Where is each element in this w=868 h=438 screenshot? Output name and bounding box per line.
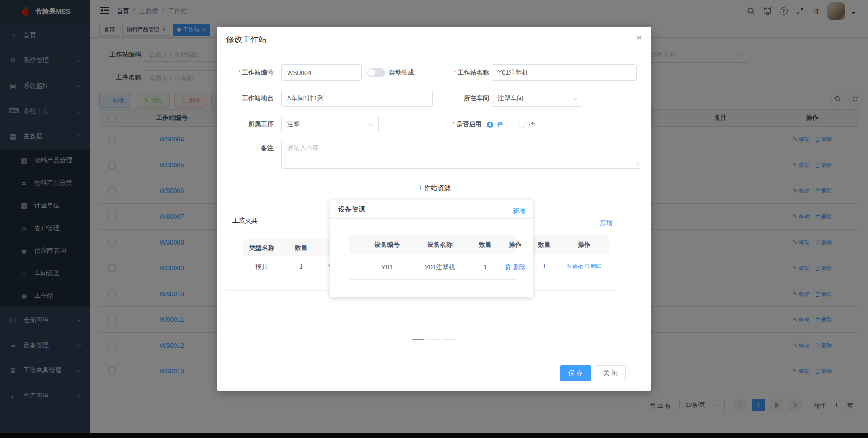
process-label: 所属工序 <box>217 116 274 132</box>
pencil-icon: ✎ <box>567 263 571 271</box>
carousel-indicators <box>412 339 456 340</box>
equipment-qty-cell: 1 <box>483 263 487 271</box>
equipment-col-name: 设备名称 <box>427 240 453 249</box>
right-edit-link[interactable]: ✎修改 <box>567 263 583 271</box>
auto-generate-toggle[interactable] <box>367 68 385 77</box>
equipment-code-cell: Y01 <box>382 263 393 271</box>
name-input[interactable] <box>492 64 637 81</box>
fixture-col-type: 类型名称 <box>249 244 274 252</box>
carousel-dot-2[interactable] <box>428 339 440 340</box>
fixture-card-title: 工装夹具 <box>232 217 258 225</box>
equipment-table-header: 设备编号 设备名称 数量 操作 <box>349 235 516 254</box>
process-select[interactable]: 注塑 <box>281 116 379 132</box>
right-delete-link[interactable]: 删除 <box>585 262 601 270</box>
workshop-select[interactable]: 注塑车间 <box>492 90 583 107</box>
fixture-qty-cell: 1 <box>299 263 303 271</box>
equipment-resource-card: 设备资源 新增 设备编号 设备名称 数量 操作 Y01 Y01注塑机 1 删除 <box>330 200 533 297</box>
resources-divider-label: 工作站资源 <box>409 184 459 193</box>
equipment-name-cell: Y01注塑机 <box>425 263 455 271</box>
name-label: *工作站名称 <box>425 64 489 81</box>
close-button[interactable]: 关 闭 <box>595 365 626 381</box>
code-label: *工作站编号 <box>217 64 274 81</box>
edit-workstation-dialog: 修改工作站 × *工作站编号 自动生成 *工作站名称 工作站地点 所在车间 注塑… <box>217 27 651 391</box>
enabled-label: *是否启用 <box>417 116 481 132</box>
fixture-col-qty: 数量 <box>295 244 307 252</box>
equipment-card-title: 设备资源 <box>338 205 365 214</box>
auto-generate-label: 自动生成 <box>389 64 414 81</box>
app-screen: 苦糖果MES ◔首页 ⚙系统管理 ▣系统监控 ⌨系统工具 ▤主数据 ▥物料产品管… <box>0 0 868 438</box>
equipment-delete-link[interactable]: 删除 <box>505 263 526 271</box>
equipment-table-row: Y01 Y01注塑机 1 删除 <box>349 254 516 280</box>
carousel-dot-1[interactable] <box>412 339 425 340</box>
save-button[interactable]: 保 存 <box>560 365 591 381</box>
enabled-yes-radio[interactable]: 是 <box>487 121 503 129</box>
chevron-down-icon <box>369 121 373 126</box>
trash-icon <box>585 264 590 268</box>
close-icon[interactable]: × <box>637 32 642 43</box>
dialog-title: 修改工作站 <box>226 34 267 45</box>
trash-icon <box>505 264 511 270</box>
right-col-qty: 数量 <box>538 240 551 249</box>
equipment-add-link[interactable]: 新增 <box>513 207 525 216</box>
fixture-type-cell: 模具 <box>255 263 268 271</box>
remark-textarea[interactable] <box>281 140 642 169</box>
equipment-col-action: 操作 <box>509 240 522 249</box>
workshop-label: 所在车间 <box>425 90 489 107</box>
location-input[interactable] <box>281 90 433 107</box>
chevron-down-icon <box>573 95 578 100</box>
card-header-divider <box>330 218 533 219</box>
location-label: 工作站地点 <box>217 90 274 107</box>
right-card-add-link[interactable]: 新增 <box>600 219 613 227</box>
equipment-col-code: 设备编号 <box>374 240 400 249</box>
code-input[interactable] <box>281 64 362 81</box>
remark-label: 备注 <box>217 140 274 156</box>
right-col-action: 操作 <box>578 240 590 249</box>
carousel-dot-3[interactable] <box>444 339 456 340</box>
equipment-col-qty: 数量 <box>479 240 491 249</box>
right-qty-cell: 1 <box>542 262 546 270</box>
enabled-no-radio[interactable]: 否 <box>519 121 535 129</box>
